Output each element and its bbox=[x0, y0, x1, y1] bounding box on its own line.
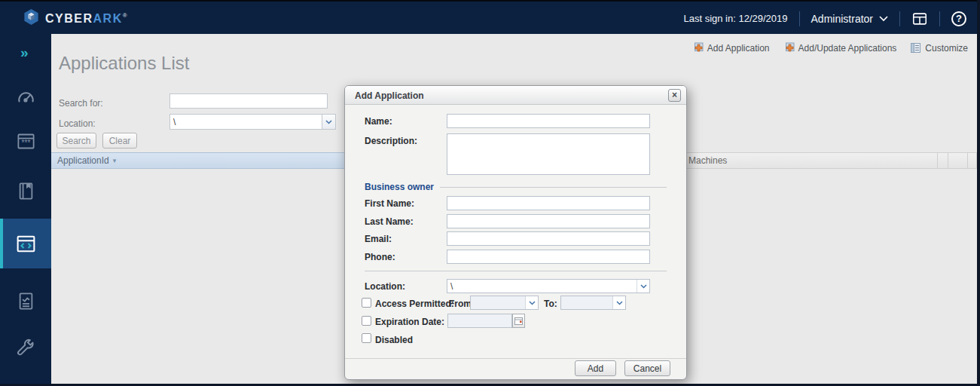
dialog-title: Add Application bbox=[355, 90, 424, 101]
location-dropdown[interactable]: \ bbox=[169, 114, 336, 130]
add-update-applications-label: Add/Update Applications bbox=[798, 43, 897, 54]
column-header-spacer bbox=[968, 152, 977, 169]
access-to-value bbox=[561, 296, 612, 309]
book-bookmark-icon bbox=[16, 181, 36, 201]
top-bar: CYBERARK® Last sign in: 12/29/2019 Admin… bbox=[0, 0, 980, 34]
column-header-spacer bbox=[938, 152, 948, 169]
cyberark-logo: CYBERARK® bbox=[23, 2, 128, 35]
column-label: Machines bbox=[688, 155, 727, 166]
last-name-field[interactable] bbox=[447, 214, 650, 228]
column-label: ApplicationId bbox=[57, 155, 109, 166]
wrench-icon bbox=[15, 337, 36, 358]
email-field[interactable] bbox=[447, 231, 650, 246]
close-icon[interactable]: × bbox=[668, 89, 681, 102]
location-label: Location: bbox=[59, 118, 96, 129]
phone-label: Phone: bbox=[365, 252, 395, 262]
add-update-applications-button[interactable]: Add/Update Applications bbox=[783, 42, 897, 54]
topbar-divider bbox=[899, 11, 900, 26]
add-plus-icon bbox=[692, 42, 704, 54]
application-window: CYBERARK® Last sign in: 12/29/2019 Admin… bbox=[0, 0, 980, 386]
applications-code-window-icon bbox=[15, 233, 37, 255]
sidebar-item-dashboard[interactable] bbox=[0, 79, 51, 115]
last-sign-in: Last sign in: 12/29/2019 bbox=[683, 13, 787, 24]
search-button[interactable]: Search bbox=[56, 133, 96, 149]
window-grid-icon bbox=[911, 11, 928, 27]
modal-location-value: \ bbox=[447, 280, 637, 293]
customize-button[interactable]: Customize bbox=[910, 42, 968, 54]
chevron-down-icon bbox=[640, 284, 647, 289]
modal-location-dropdown-button[interactable] bbox=[637, 280, 649, 293]
search-input[interactable] bbox=[169, 93, 328, 109]
topbar-divider bbox=[939, 11, 940, 26]
modal-location-dropdown[interactable]: \ bbox=[447, 279, 650, 293]
brand-name: CYBERARK® bbox=[45, 12, 128, 26]
page-title: Applications List bbox=[59, 53, 189, 74]
sidebar-expand-button[interactable]: » bbox=[20, 44, 29, 61]
chevron-down-icon bbox=[616, 301, 623, 305]
sidebar-item-policies[interactable] bbox=[0, 173, 51, 209]
access-permitted-checkbox[interactable] bbox=[362, 298, 371, 308]
dialog-title-bar[interactable]: Add Application × bbox=[345, 86, 686, 105]
sidebar-item-applications[interactable] bbox=[0, 219, 51, 268]
location-dropdown-button[interactable] bbox=[322, 115, 335, 129]
gauge-icon bbox=[16, 87, 36, 108]
calendar-icon bbox=[514, 317, 523, 325]
chevron-down-icon bbox=[325, 120, 332, 124]
top-bar-right: Last sign in: 12/29/2019 Administrator ? bbox=[683, 2, 966, 35]
user-name: Administrator bbox=[811, 13, 873, 25]
customize-label: Customize bbox=[925, 43, 968, 54]
help-icon: ? bbox=[951, 11, 966, 26]
customize-list-icon bbox=[910, 42, 921, 54]
legend-divider bbox=[440, 187, 667, 188]
access-to-dropdown[interactable] bbox=[560, 296, 626, 310]
name-field[interactable] bbox=[447, 114, 650, 128]
sidebar-item-administration[interactable] bbox=[0, 329, 51, 366]
sidebar-item-accounts[interactable]: *** bbox=[0, 123, 51, 159]
column-header-machines[interactable]: Machines bbox=[682, 152, 938, 169]
sidebar-item-reports[interactable] bbox=[0, 283, 51, 319]
add-application-dialog: Add Application × Name: Description: Bus… bbox=[344, 85, 687, 380]
clear-button[interactable]: Clear bbox=[102, 133, 137, 149]
email-label: Email: bbox=[365, 234, 392, 244]
column-header-spacer bbox=[948, 152, 968, 169]
business-owner-legend: Business owner bbox=[365, 182, 434, 192]
svg-text:***: *** bbox=[21, 139, 30, 147]
expiration-date-checkbox[interactable] bbox=[362, 316, 371, 326]
user-menu[interactable]: Administrator bbox=[811, 13, 888, 25]
location-value: \ bbox=[170, 115, 322, 129]
modal-location-label: Location: bbox=[365, 281, 405, 292]
access-from-dropdown-button[interactable] bbox=[525, 296, 538, 309]
name-label: Name: bbox=[365, 116, 392, 127]
chevron-down-icon bbox=[529, 301, 536, 305]
expiration-date-field[interactable] bbox=[447, 314, 512, 328]
first-name-field[interactable] bbox=[447, 196, 650, 210]
add-application-label: Add Application bbox=[707, 43, 770, 54]
windows-layout-button[interactable] bbox=[911, 11, 928, 27]
phone-field[interactable] bbox=[447, 250, 650, 264]
password-window-icon: *** bbox=[16, 131, 36, 152]
access-to-dropdown-button[interactable] bbox=[612, 296, 625, 309]
disabled-label: Disabled bbox=[375, 335, 413, 345]
description-field[interactable] bbox=[447, 133, 650, 175]
disabled-checkbox[interactable] bbox=[362, 333, 371, 343]
access-from-dropdown[interactable] bbox=[470, 296, 539, 310]
search-for-label: Search for: bbox=[59, 98, 103, 109]
date-picker-button[interactable] bbox=[512, 314, 525, 328]
cancel-button[interactable]: Cancel bbox=[624, 360, 670, 376]
help-button[interactable]: ? bbox=[951, 11, 966, 26]
window-border-right bbox=[977, 0, 980, 386]
access-from-value bbox=[471, 296, 525, 309]
sort-desc-icon: ▾ bbox=[113, 157, 117, 164]
add-plus-icon bbox=[783, 42, 795, 54]
access-permitted-label: Access Permitted: bbox=[375, 299, 454, 309]
topbar-divider bbox=[799, 11, 800, 26]
report-chart-icon bbox=[16, 291, 36, 311]
footer-divider bbox=[345, 358, 686, 359]
add-application-button[interactable]: Add Application bbox=[692, 42, 770, 54]
add-button[interactable]: Add bbox=[575, 360, 616, 376]
expiration-date-label: Expiration Date: bbox=[375, 317, 444, 327]
last-name-label: Last Name: bbox=[365, 216, 414, 227]
chevron-down-icon bbox=[879, 16, 888, 22]
first-name-label: First Name: bbox=[365, 198, 414, 209]
sidebar-nav: » *** bbox=[0, 34, 51, 386]
